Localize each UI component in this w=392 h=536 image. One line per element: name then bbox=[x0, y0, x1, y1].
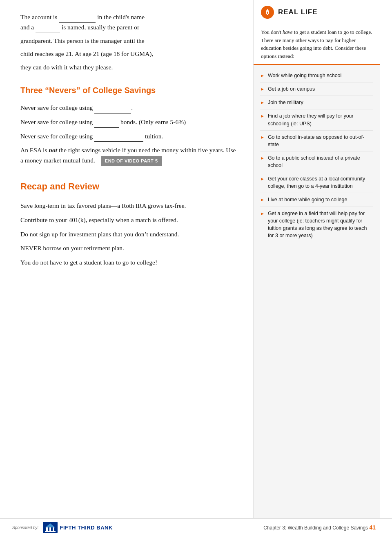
flame-icon bbox=[264, 9, 271, 16]
sidebar: REAL LIFE You don't have to get a studen… bbox=[253, 0, 380, 536]
blank-2 bbox=[36, 22, 60, 33]
arrow-icon-7: ► bbox=[260, 197, 265, 203]
never3-text: Never save for college using tuition. bbox=[20, 131, 237, 142]
real-life-title: REAL LIFE bbox=[278, 8, 318, 16]
arrow-icon-6: ► bbox=[260, 176, 265, 182]
sidebar-list-item-text-1: Get a job on campus bbox=[268, 85, 315, 93]
never2-blank bbox=[94, 117, 119, 128]
sidebar-list-item-text-2: Join the military bbox=[268, 99, 303, 106]
svg-rect-3 bbox=[49, 527, 51, 531]
sidebar-list-item-text-3: Find a job where they will pay for your … bbox=[268, 112, 373, 127]
sidebar-list-item-1: ► Get a job on campus bbox=[260, 82, 373, 96]
sidebar-intro-text: You don't have to get a student loan to … bbox=[261, 29, 372, 59]
svg-rect-4 bbox=[53, 527, 54, 531]
bank-logo: FIFTH THIRD BANK bbox=[43, 522, 113, 533]
sidebar-list: ► Work while going through school ► Get … bbox=[254, 65, 380, 249]
intro-text: The account is in the child's name and a… bbox=[20, 12, 237, 73]
sidebar-list-item-text-8: Get a degree in a field that will help p… bbox=[268, 210, 373, 240]
arrow-icon-2: ► bbox=[260, 100, 265, 106]
intro-para-2: grandparent. This person is the manager … bbox=[20, 36, 237, 46]
sidebar-intro: You don't have to get a student loan to … bbox=[254, 23, 380, 65]
svg-rect-5 bbox=[45, 531, 56, 532]
arrow-icon-5: ► bbox=[260, 155, 265, 162]
recap-section: Recap and Review Save long-term in tax f… bbox=[20, 181, 237, 268]
sidebar-list-item-7: ► Live at home while going to college bbox=[260, 193, 373, 207]
intro-para-4: they can do with it what they please. bbox=[20, 62, 237, 73]
intro-text-1: The account is bbox=[20, 13, 57, 20]
sponsored-by-label: Sponsored by: bbox=[12, 525, 39, 530]
never1-blank bbox=[94, 103, 131, 113]
recap-item-2: Contribute to your 401(k), especially wh… bbox=[20, 215, 237, 225]
sidebar-list-item-3: ► Find a job where they will pay for you… bbox=[260, 109, 373, 130]
recap-item-1: Save long-term in tax favored plans—a Ro… bbox=[20, 201, 237, 211]
sidebar-list-item-text-5: Go to a public school instead of a priva… bbox=[268, 154, 373, 169]
chapter-info: Chapter 3: Wealth Building and College S… bbox=[263, 524, 376, 531]
recap-item-4: NEVER borrow on your retirement plan. bbox=[20, 243, 237, 254]
chapter-text: Chapter 3: Wealth Building and College S… bbox=[263, 525, 368, 531]
recap-item-3: Do not sign up for investment plans that… bbox=[20, 229, 237, 240]
recap-item-5: You do not have to get a student loan to… bbox=[20, 258, 237, 268]
sponsor-section: Sponsored by: FIFTH THIRD BANK bbox=[12, 522, 113, 533]
page-number: 41 bbox=[369, 524, 376, 531]
sidebar-list-item-5: ► Go to a public school instead of a pri… bbox=[260, 151, 373, 172]
intro-para-1: The account is in the child's name and a… bbox=[20, 12, 237, 33]
sidebar-list-item-8: ► Get a degree in a field that will help… bbox=[260, 207, 373, 242]
svg-rect-2 bbox=[46, 527, 48, 531]
never2-text: Never save for college using bonds. (Onl… bbox=[20, 117, 237, 127]
real-life-icon bbox=[261, 6, 274, 19]
intro-text-7: they can do with it what they please. bbox=[20, 64, 113, 71]
sidebar-list-item-text-0: Work while going through school bbox=[268, 72, 341, 79]
intro-text-3: and a bbox=[20, 24, 34, 31]
intro-text-5: grandparent. This person is the manager … bbox=[20, 37, 145, 44]
esa-text: An ESA is not the right savings vehicle … bbox=[20, 145, 237, 166]
three-nevers-heading: Three “Nevers” of College Savings bbox=[20, 85, 237, 96]
arrow-icon-8: ► bbox=[260, 211, 265, 217]
sidebar-list-item-0: ► Work while going through school bbox=[260, 69, 373, 82]
end-video-badge: END OF VIDEO PART 5 bbox=[101, 156, 162, 167]
intro-text-4: is named, usually the parent or bbox=[62, 24, 139, 31]
main-content: The account is in the child's name and a… bbox=[0, 0, 253, 536]
sidebar-list-item-6: ► Get your core classes at a local commu… bbox=[260, 172, 373, 193]
sidebar-list-item-text-7: Live at home while going to college bbox=[268, 196, 347, 203]
blank-1 bbox=[59, 12, 96, 23]
page-container: The account is in the child's name and a… bbox=[0, 0, 392, 536]
arrow-icon-0: ► bbox=[260, 73, 265, 79]
intro-para-3: child reaches age 21. At age 21 (age 18 … bbox=[20, 49, 237, 59]
arrow-icon-4: ► bbox=[260, 134, 265, 141]
sidebar-list-item-2: ► Join the military bbox=[260, 96, 373, 109]
sidebar-list-item-text-4: Go to school in-state as opposed to out-… bbox=[268, 133, 373, 148]
three-nevers-section: Three “Nevers” of College Savings Never … bbox=[20, 85, 237, 166]
sidebar-list-item-4: ► Go to school in-state as opposed to ou… bbox=[260, 131, 373, 151]
sidebar-list-item-text-6: Get your core classes at a local communi… bbox=[268, 175, 373, 190]
real-life-header: REAL LIFE bbox=[254, 0, 380, 23]
never3-blank bbox=[94, 131, 143, 142]
bank-logo-text: FIFTH THIRD BANK bbox=[60, 525, 113, 531]
intro-text-6: child reaches age 21. At age 21 (age 18 … bbox=[20, 50, 153, 57]
arrow-icon-1: ► bbox=[260, 86, 265, 93]
recap-heading: Recap and Review bbox=[20, 181, 237, 193]
page-footer: Sponsored by: FIFTH THIRD BANK Chapter 3… bbox=[0, 518, 392, 536]
bank-logo-icon bbox=[43, 522, 58, 533]
arrow-icon-3: ► bbox=[260, 113, 265, 120]
intro-text-2: in the child's name bbox=[97, 13, 145, 20]
bank-icon-svg bbox=[43, 522, 58, 533]
never1-text: Never save for college using . bbox=[20, 103, 237, 113]
